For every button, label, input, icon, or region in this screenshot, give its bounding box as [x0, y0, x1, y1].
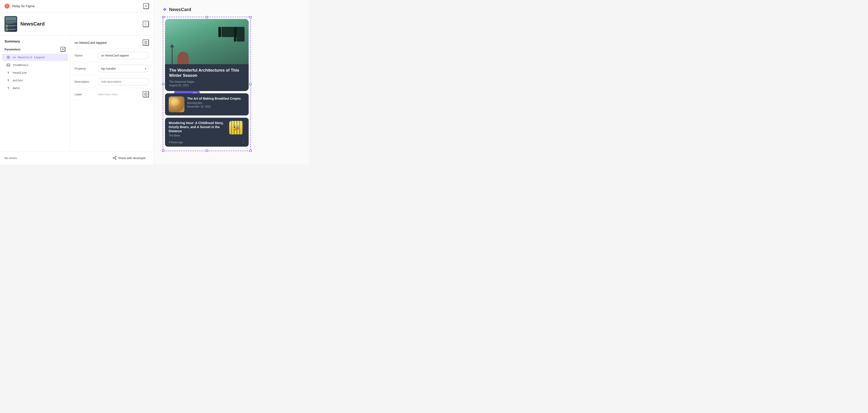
content-area: Summary Parameters + on NewsCard tapped [0, 36, 153, 151]
parameter-list: on NewsCard tapped thumbnail T [0, 54, 70, 92]
panel-footer: No errors Share with developer [0, 151, 153, 164]
property-select-wrapper: tap-handler swipe-handler long-press-han… [98, 65, 149, 72]
list-card-bee-author: The Bees [168, 134, 226, 137]
param-item-headline[interactable]: T headline [2, 69, 68, 76]
close-button[interactable]: × [143, 3, 149, 9]
handle-left-mid[interactable] [162, 83, 164, 85]
no-errors-status: No errors [4, 156, 17, 160]
list-card-crepes-title: The Art of Making Breakfast Crepes [187, 96, 245, 100]
hero-card-title: The Wonderful Architectures of This Wint… [169, 68, 245, 78]
list-card-more-button[interactable]: ⋮ [241, 139, 246, 144]
list-card-bee-inner: Wondering Hour: A Childhood Story, Grizz… [168, 121, 245, 138]
right-panel: ❖ NewsCard [154, 0, 309, 164]
list-card-bee-title: Wondering Hour: A Childhood Story, Grizz… [168, 121, 226, 133]
component-header-left: NewsCard [4, 16, 45, 32]
name-row: Name [70, 49, 153, 62]
svg-point-6 [144, 93, 147, 96]
list-card-bee-date-wrapper: 4 hours ago [168, 141, 183, 144]
layer-row: Layer view=hero-item [70, 88, 153, 100]
list-card-thumb-bee: 🐝 [229, 121, 245, 137]
parameters-label: Parameters [4, 48, 21, 51]
property-row: Property tap-handler swipe-handler long-… [70, 62, 153, 75]
param-name-handler: on NewsCard tapped [13, 56, 44, 59]
list-card-1-wrapper: 354 × Hug + The Art of Making Breakfast … [165, 93, 249, 116]
handle-right-mid[interactable] [249, 83, 252, 85]
component-thumbnail [4, 16, 17, 32]
add-parameter-button[interactable]: + [60, 47, 65, 52]
svg-point-12 [115, 156, 116, 157]
text-icon-headline: T [6, 71, 10, 75]
left-panel: Relay for Figma × [0, 0, 154, 164]
handle-bottom-mid[interactable] [206, 150, 208, 152]
layer-label: Layer [74, 93, 95, 96]
list-card-bee: Wondering Hour: A Childhood Story, Grizz… [165, 118, 249, 147]
delete-button[interactable] [143, 39, 149, 45]
layer-input-wrapper: view=hero-item [98, 91, 149, 97]
param-item-handler[interactable]: on NewsCard tapped [2, 54, 68, 61]
hero-image: 🐦 [165, 19, 249, 64]
description-row: Description [70, 75, 153, 88]
text-icon-author: T [6, 78, 10, 83]
param-name-thumbnail: thumbnail [13, 63, 29, 67]
interaction-title: on NewsCard tapped [74, 41, 106, 44]
param-name-date: date [13, 87, 20, 90]
handle-bottom-right[interactable] [249, 150, 252, 152]
list-card-crepes: The Art of Making Breakfast Crepes Morni… [165, 93, 249, 116]
app-logo [4, 4, 9, 8]
layer-value: view=hero-item [98, 93, 118, 96]
property-select[interactable]: tap-handler swipe-handler long-press-han… [98, 65, 149, 72]
list-card-crepes-author: Morning Bre... [187, 101, 245, 105]
parameters-header: Parameters + [0, 45, 70, 54]
name-input[interactable] [98, 52, 149, 59]
list-card-crepes-content: The Art of Making Breakfast Crepes Morni… [187, 96, 245, 108]
handle-top-left[interactable] [162, 16, 164, 18]
handle-bottom-left[interactable] [162, 150, 164, 152]
preview-title: ❖ NewsCard [163, 7, 191, 12]
param-name-author: author [13, 79, 23, 82]
text-icon-date: T [6, 86, 10, 90]
component-header: NewsCard ⋮ [0, 12, 153, 36]
hero-card-date: August 25, 2021 [169, 84, 245, 87]
target-button[interactable] [143, 91, 149, 97]
newscard-outline: 🐦 The Wonderful Architectures of This Wi… [163, 17, 251, 151]
interaction-header: on NewsCard tapped [70, 36, 153, 49]
name-label: Name [74, 54, 95, 57]
handler-icon [6, 55, 10, 59]
summary-title: Summary [0, 36, 70, 45]
handle-top-right[interactable] [249, 16, 252, 18]
property-label: Property [74, 67, 95, 70]
hero-card-author: The Seasonal Sagas [169, 80, 245, 83]
handle-top-mid[interactable] [206, 16, 208, 18]
svg-line-16 [114, 158, 115, 159]
more-button[interactable]: ⋮ [143, 21, 149, 27]
newscard-preview: 🐦 The Wonderful Architectures of This Wi… [163, 17, 251, 151]
param-name-headline: headline [13, 71, 27, 74]
svg-point-1 [6, 5, 8, 6]
list-card-thumb-crepes [168, 96, 184, 112]
summary-panel: Summary Parameters + on NewsCard tapped [0, 36, 70, 151]
image-icon [6, 63, 10, 67]
svg-point-13 [115, 159, 116, 159]
param-item-date[interactable]: T date [2, 85, 68, 92]
component-name: NewsCard [20, 21, 45, 27]
share-label: Share with developer [118, 156, 146, 160]
panel-header: Relay for Figma × [0, 0, 153, 12]
svg-point-7 [145, 94, 147, 95]
description-input[interactable] [98, 78, 149, 86]
list-card-bee-content: Wondering Hour: A Childhood Story, Grizz… [168, 121, 226, 138]
param-item-author[interactable]: T author [2, 77, 68, 84]
interaction-panel: on NewsCard tapped Name Property tap-han… [70, 36, 153, 151]
param-item-thumbnail[interactable]: thumbnail [2, 61, 68, 69]
panel-header-left: Relay for Figma [4, 4, 35, 8]
app-title: Relay for Figma [12, 4, 35, 8]
svg-point-14 [113, 157, 114, 158]
preview-title-text: NewsCard [169, 7, 191, 12]
share-button[interactable]: Share with developer [110, 155, 149, 161]
description-label: Description [74, 80, 95, 83]
svg-line-15 [114, 157, 115, 158]
newscard-component-icon: ❖ [163, 7, 167, 12]
list-card-bee-date: 4 hours ago [168, 141, 183, 144]
hero-card-content: The Wonderful Architectures of This Wint… [165, 64, 249, 91]
hero-card: 🐦 The Wonderful Architectures of This Wi… [165, 19, 249, 91]
list-card-crepes-date: November 10, 2021 [187, 105, 245, 108]
